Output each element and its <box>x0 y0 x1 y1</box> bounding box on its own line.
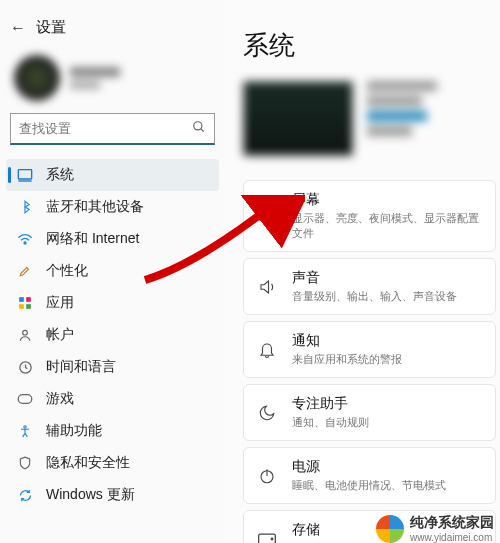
watermark: 纯净系统家园 www.yidaimei.com <box>376 514 494 543</box>
profile-text <box>70 67 120 89</box>
storage-icon <box>256 528 278 544</box>
tile-sound[interactable]: 声音 音量级别、输出、输入、声音设备 <box>243 258 496 315</box>
brush-icon <box>16 262 34 280</box>
moon-icon <box>256 402 278 424</box>
sidebar-item-label: 隐私和安全性 <box>46 454 130 472</box>
time-icon <box>16 358 34 376</box>
tile-notifications[interactable]: 通知 来自应用和系统的警报 <box>243 321 496 378</box>
svg-rect-8 <box>26 304 31 309</box>
tile-display[interactable]: 屏幕 显示器、亮度、夜间模式、显示器配置文件 <box>243 180 496 252</box>
sidebar-item-label: 网络和 Internet <box>46 230 139 248</box>
search-input[interactable] <box>10 113 215 145</box>
sidebar-item-accessibility[interactable]: 辅助功能 <box>6 415 219 447</box>
svg-point-4 <box>24 242 26 244</box>
watermark-url: www.yidaimei.com <box>410 532 494 543</box>
sidebar-item-label: Windows 更新 <box>46 486 135 504</box>
sidebar-item-network[interactable]: 网络和 Internet <box>6 223 219 255</box>
update-icon <box>16 486 34 504</box>
sidebar-item-apps[interactable]: 应用 <box>6 287 219 319</box>
device-info[interactable] <box>243 81 500 156</box>
apps-icon <box>16 294 34 312</box>
sidebar-item-label: 时间和语言 <box>46 358 116 376</box>
tile-desc: 睡眠、电池使用情况、节电模式 <box>292 478 483 493</box>
sidebar-item-label: 帐户 <box>46 326 74 344</box>
sidebar: ← 设置 系统 蓝牙和其他设备 <box>0 0 225 543</box>
privacy-icon <box>16 454 34 472</box>
svg-point-0 <box>194 122 202 130</box>
display-icon <box>256 205 278 227</box>
sidebar-item-label: 系统 <box>46 166 74 184</box>
svg-rect-5 <box>19 297 24 302</box>
watermark-logo-icon <box>376 515 404 543</box>
sidebar-item-bluetooth[interactable]: 蓝牙和其他设备 <box>6 191 219 223</box>
sidebar-item-privacy[interactable]: 隐私和安全性 <box>6 447 219 479</box>
tile-desc: 来自应用和系统的警报 <box>292 352 483 367</box>
profile-block[interactable] <box>0 47 225 113</box>
avatar <box>14 55 60 101</box>
svg-rect-6 <box>26 297 31 302</box>
svg-rect-7 <box>19 304 24 309</box>
system-icon <box>16 166 34 184</box>
sound-icon <box>256 276 278 298</box>
tile-title: 电源 <box>292 458 483 476</box>
device-text <box>367 81 437 156</box>
sidebar-item-gaming[interactable]: 游戏 <box>6 383 219 415</box>
svg-point-12 <box>24 426 26 428</box>
tile-desc: 音量级别、输出、输入、声音设备 <box>292 289 483 304</box>
sidebar-item-system[interactable]: 系统 <box>6 159 219 191</box>
svg-rect-2 <box>18 170 31 179</box>
sidebar-item-label: 蓝牙和其他设备 <box>46 198 144 216</box>
sidebar-item-time[interactable]: 时间和语言 <box>6 351 219 383</box>
sidebar-item-label: 辅助功能 <box>46 422 102 440</box>
sidebar-item-personalization[interactable]: 个性化 <box>6 255 219 287</box>
bell-icon <box>256 339 278 361</box>
svg-rect-13 <box>259 210 275 220</box>
svg-rect-11 <box>18 395 32 404</box>
tile-title: 屏幕 <box>292 191 483 209</box>
tile-title: 专注助手 <box>292 395 483 413</box>
sidebar-item-accounts[interactable]: 帐户 <box>6 319 219 351</box>
sidebar-item-update[interactable]: Windows 更新 <box>6 479 219 511</box>
settings-title: 设置 <box>36 18 66 37</box>
tile-power[interactable]: 电源 睡眠、电池使用情况、节电模式 <box>243 447 496 504</box>
svg-point-9 <box>23 330 28 335</box>
sidebar-item-label: 应用 <box>46 294 74 312</box>
svg-line-1 <box>201 129 204 132</box>
search-field[interactable] <box>19 121 192 136</box>
back-icon[interactable]: ← <box>10 19 26 37</box>
tile-title: 声音 <box>292 269 483 287</box>
power-icon <box>256 465 278 487</box>
wifi-icon <box>16 230 34 248</box>
sidebar-item-label: 游戏 <box>46 390 74 408</box>
tile-desc: 显示器、亮度、夜间模式、显示器配置文件 <box>292 211 483 241</box>
gaming-icon <box>16 390 34 408</box>
bluetooth-icon <box>16 198 34 216</box>
search-icon <box>192 120 206 137</box>
accessibility-icon <box>16 422 34 440</box>
svg-point-18 <box>271 538 273 540</box>
tile-focus[interactable]: 专注助手 通知、自动规则 <box>243 384 496 441</box>
tile-title: 通知 <box>292 332 483 350</box>
device-thumbnail <box>243 81 353 156</box>
account-icon <box>16 326 34 344</box>
watermark-name: 纯净系统家园 <box>410 514 494 532</box>
tile-desc: 通知、自动规则 <box>292 415 483 430</box>
page-title: 系统 <box>243 28 500 63</box>
sidebar-item-label: 个性化 <box>46 262 88 280</box>
main-panel: 系统 屏幕 显示器、亮度、夜间模式、显示器配置文件 声音 音量级别、输出、输入、… <box>225 0 500 543</box>
